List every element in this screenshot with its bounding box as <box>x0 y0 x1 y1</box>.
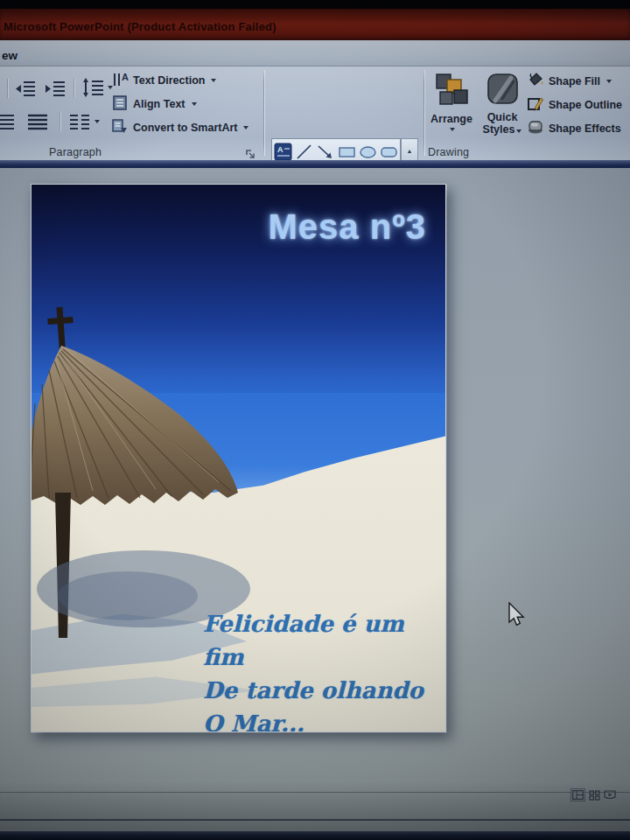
mouse-cursor <box>508 602 527 632</box>
caption-line: De tarde olhando <box>203 674 445 707</box>
dropdown-caret <box>211 79 216 82</box>
slide-caption-text[interactable]: Felicidade é um fim De tarde olhando O M… <box>203 607 445 732</box>
shape-fill-button[interactable]: Shape Fill <box>527 72 612 91</box>
workspace: Mesa nº3 Felicidade é um fim De tarde ol… <box>0 168 630 840</box>
title-bar: Microsoft PowerPoint (Product Activation… <box>0 9 630 40</box>
shape-outline-button[interactable]: Shape Outline <box>527 95 622 115</box>
tab-view-partial[interactable]: ew <box>2 49 18 62</box>
window-title: Microsoft PowerPoint (Product Activation… <box>4 20 276 33</box>
align-left-button-partial[interactable] <box>0 112 16 131</box>
decrease-indent-button[interactable] <box>14 79 37 98</box>
normal-view-button[interactable] <box>570 788 585 802</box>
increase-indent-button[interactable] <box>44 79 66 98</box>
line-spacing-button[interactable] <box>81 77 113 98</box>
caption-line: Felicidade é um fim <box>203 607 445 674</box>
photo-edge <box>0 0 630 9</box>
dropdown-caret <box>450 128 455 131</box>
dropdown-caret <box>606 80 612 83</box>
svg-text:A: A <box>277 145 284 154</box>
ribbon-border <box>0 160 630 168</box>
slide-title-text[interactable]: Mesa nº3 <box>32 207 426 247</box>
dropdown-caret <box>516 130 522 133</box>
align-text-button[interactable]: Align Text <box>112 94 197 114</box>
group-separator <box>263 70 264 156</box>
align-text-icon <box>112 94 129 115</box>
slide-sorter-view-button[interactable] <box>589 790 600 801</box>
separator <box>74 79 74 98</box>
group-separator <box>424 70 424 156</box>
text-direction-icon: A <box>112 71 129 91</box>
ribbon: A Text Direction Align Text <box>0 66 630 160</box>
shape-effects-button[interactable]: Shape Effects <box>527 119 621 138</box>
dropdown-caret <box>243 126 248 130</box>
taskbar-edge <box>0 831 630 840</box>
shape-fill-icon <box>527 72 544 91</box>
arrange-icon <box>433 73 470 113</box>
slide-show-view-button[interactable] <box>604 790 616 801</box>
view-switcher <box>570 788 616 802</box>
smartart-icon <box>112 118 129 138</box>
caption-line: O Mar... <box>203 707 445 732</box>
quick-styles-button[interactable]: Quick Styles <box>480 73 525 136</box>
dropdown-caret <box>94 120 100 123</box>
text-direction-button[interactable]: A Text Direction <box>112 71 216 90</box>
separator <box>60 112 60 131</box>
svg-text:A: A <box>122 72 129 82</box>
convert-to-smartart-button[interactable]: Convert to SmartArt <box>112 118 248 137</box>
shape-outline-icon <box>527 95 544 115</box>
status-bar-border <box>0 819 630 821</box>
separator <box>7 79 8 98</box>
slide-canvas[interactable]: Mesa nº3 Felicidade é um fim De tarde ol… <box>31 184 446 732</box>
status-bar-border <box>0 792 630 793</box>
arrange-button[interactable]: Arrange <box>426 73 477 131</box>
justify-button[interactable] <box>26 112 49 131</box>
ribbon-tab-row: ew <box>0 40 630 66</box>
dropdown-caret <box>192 102 197 106</box>
drawing-group-label: Drawing <box>428 146 469 158</box>
quick-styles-icon <box>485 73 520 111</box>
paragraph-group-label: Paragraph <box>49 146 102 158</box>
shape-effects-icon <box>527 119 544 138</box>
columns-button[interactable] <box>68 112 100 131</box>
